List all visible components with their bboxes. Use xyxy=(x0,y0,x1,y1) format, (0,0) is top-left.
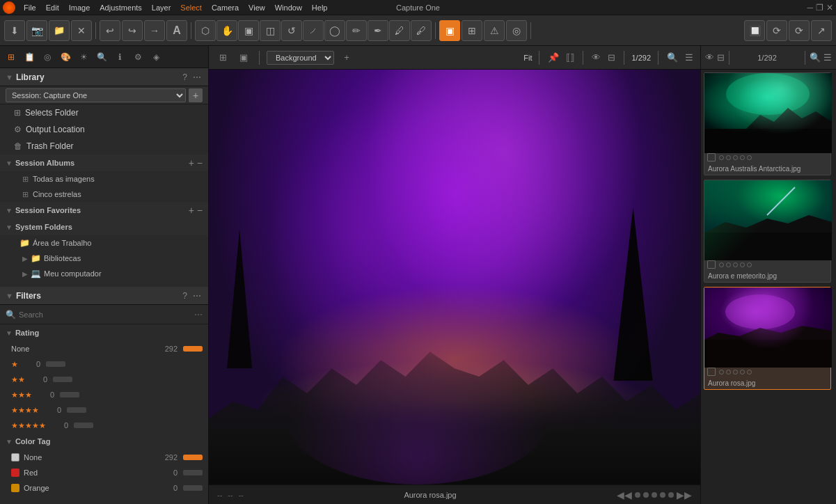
session-albums-add[interactable]: + xyxy=(189,157,194,168)
todas-imagens-item[interactable]: ⊞ Todas as imagens xyxy=(0,171,208,187)
single-view-button[interactable]: ▣ xyxy=(235,49,252,66)
menu-edit[interactable]: Edit xyxy=(42,2,63,13)
viewer-menu-icon[interactable]: ☰ xyxy=(685,52,693,63)
menu-view[interactable]: View xyxy=(244,2,269,13)
import-button[interactable]: ⬇ xyxy=(4,20,25,41)
viewer-search-icon[interactable]: 🔍 xyxy=(667,52,678,63)
tab-lens[interactable]: ◎ xyxy=(39,49,56,65)
rt-eye-icon[interactable]: 👁 xyxy=(705,52,714,63)
filters-help-button[interactable]: ? xyxy=(181,290,189,302)
search-input[interactable] xyxy=(19,310,191,319)
library-help-button[interactable]: ? xyxy=(181,71,189,84)
session-fav-add[interactable]: + xyxy=(189,205,194,216)
tab-exposure[interactable]: ☀ xyxy=(75,49,92,65)
tab-capture[interactable]: 📋 xyxy=(21,49,38,65)
color-tag-collapse: ▼ xyxy=(6,438,13,446)
nav-dot-5 xyxy=(668,492,674,498)
rt-adjust-icon[interactable]: ⊟ xyxy=(717,52,725,63)
window-close[interactable]: ✕ xyxy=(826,3,833,13)
tab-metadata[interactable]: ℹ xyxy=(111,49,128,65)
reset-button[interactable]: ⟳ xyxy=(766,20,787,41)
nav-dot-2 xyxy=(643,492,649,498)
menu-adjustments[interactable]: Adjustments xyxy=(95,2,146,13)
tab-batch[interactable]: ◈ xyxy=(148,49,164,65)
delete-button[interactable]: ✕ xyxy=(71,20,92,41)
pen-tool[interactable]: ✏ xyxy=(346,20,367,41)
window-restore[interactable]: ❐ xyxy=(816,3,823,13)
session-favorites-header[interactable]: ▼ Session Favorites + − xyxy=(0,202,208,219)
brush-tool[interactable]: ✒ xyxy=(368,20,388,41)
line-tool[interactable]: ⟋ xyxy=(303,20,324,41)
grid-tool[interactable]: ⊞ xyxy=(462,20,482,41)
pin-icon[interactable]: 📌 xyxy=(548,52,559,63)
picker-tool[interactable]: 🖋 xyxy=(411,20,432,41)
filters-collapse-icon[interactable]: ▼ xyxy=(6,292,13,300)
session-albums-header[interactable]: ▼ Session Albums + − xyxy=(0,155,208,171)
menu-help[interactable]: Help xyxy=(308,2,332,13)
session-add-button[interactable]: + xyxy=(189,88,203,102)
crop-tool[interactable]: ◫ xyxy=(260,20,281,41)
select-tool[interactable]: ▣ xyxy=(238,20,259,41)
session-fav-remove[interactable]: − xyxy=(197,205,203,216)
cursor-tool[interactable]: ⬡ xyxy=(195,20,216,41)
color-tool[interactable]: ▣ xyxy=(439,20,460,41)
menu-window[interactable]: Window xyxy=(271,2,306,13)
trash-folder-item[interactable]: 🗑 Trash Folder xyxy=(0,138,208,155)
session-dropdown[interactable]: Session: Capture One xyxy=(6,88,186,102)
menu-select[interactable]: Select xyxy=(176,2,206,13)
system-folders-header[interactable]: ▼ System Folders xyxy=(0,219,208,235)
film-thumb-1 xyxy=(704,73,832,153)
menu-layer[interactable]: Layer xyxy=(148,2,175,13)
search-more-button[interactable]: ⋯ xyxy=(194,310,203,320)
add-view-button[interactable]: + xyxy=(338,49,355,66)
background-dropdown[interactable]: Background xyxy=(267,51,334,65)
rt-menu-icon[interactable]: ☰ xyxy=(823,52,832,63)
folder-button[interactable]: 📁 xyxy=(49,20,70,41)
redo-button[interactable]: ↪ xyxy=(122,20,143,41)
color-none-bar xyxy=(183,455,203,460)
tab-details[interactable]: 🔍 xyxy=(93,49,110,65)
forward-button[interactable]: → xyxy=(144,20,165,41)
tab-output[interactable]: ⚙ xyxy=(129,49,146,65)
session-albums-remove[interactable]: − xyxy=(197,157,203,168)
adjust-icon[interactable]: ⊟ xyxy=(608,52,615,63)
output-location-item[interactable]: ⚙ Output Location xyxy=(0,121,208,138)
bibliotecas-folder[interactable]: ▶ 📁 Bibliotecas xyxy=(0,251,208,266)
camera-button[interactable]: 📷 xyxy=(26,20,47,41)
library-collapse-icon[interactable]: ▼ xyxy=(6,73,13,81)
copy-adj-button[interactable]: 🔲 xyxy=(744,20,765,41)
next-img-button[interactable]: ▶▶ xyxy=(677,489,692,501)
film-item-3[interactable]: Aurora rosa.jpg xyxy=(704,287,831,390)
prev-img-button[interactable]: ◀◀ xyxy=(617,489,632,501)
eye-icon[interactable]: 👁 xyxy=(592,52,601,63)
meu-computador-folder[interactable]: ▶ 💻 Meu computador xyxy=(0,266,208,281)
rating-header[interactable]: ▼ Rating xyxy=(0,324,208,341)
text-button[interactable]: A xyxy=(166,20,187,41)
window-minimize[interactable]: ─ xyxy=(807,3,813,13)
shape-tool[interactable]: ◯ xyxy=(324,20,345,41)
pan-tool[interactable]: ✋ xyxy=(216,20,237,41)
area-trabalho-folder[interactable]: 📁 Área de Trabalho xyxy=(0,235,208,251)
warn-tool[interactable]: ⚠ xyxy=(484,20,505,41)
filters-more-button[interactable]: ⋯ xyxy=(191,290,203,302)
color-tag-header[interactable]: ▼ Color Tag xyxy=(0,433,208,450)
rotate-tool[interactable]: ↺ xyxy=(281,20,302,41)
tab-library[interactable]: ⊞ xyxy=(3,49,19,65)
rt-search-icon[interactable]: 🔍 xyxy=(810,52,821,63)
grid-view-button[interactable]: ⊞ xyxy=(214,49,231,66)
menu-file[interactable]: File xyxy=(19,2,40,13)
lens-tool[interactable]: ◎ xyxy=(506,20,527,41)
export-button[interactable]: ↗ xyxy=(811,20,832,41)
cinco-estrelas-item[interactable]: ⊞ Cinco estrelas xyxy=(0,187,208,202)
menu-image[interactable]: Image xyxy=(65,2,95,13)
film-item-2[interactable]: Aurora e meteorito.jpg xyxy=(704,180,831,283)
tab-color[interactable]: 🎨 xyxy=(57,49,74,65)
library-more-button[interactable]: ⋯ xyxy=(191,71,203,84)
sync-button[interactable]: ⟳ xyxy=(789,20,810,41)
undo-button[interactable]: ↩ xyxy=(100,20,120,41)
selects-folder-item[interactable]: ⊞ Selects Folder xyxy=(0,104,208,121)
eraser-tool[interactable]: 🖊 xyxy=(389,20,410,41)
zoom-icon[interactable]: ⟦⟧ xyxy=(566,52,574,63)
film-item-1[interactable]: Aurora Australis Antarctica.jpg xyxy=(704,72,831,175)
menu-camera[interactable]: Camera xyxy=(207,2,243,13)
